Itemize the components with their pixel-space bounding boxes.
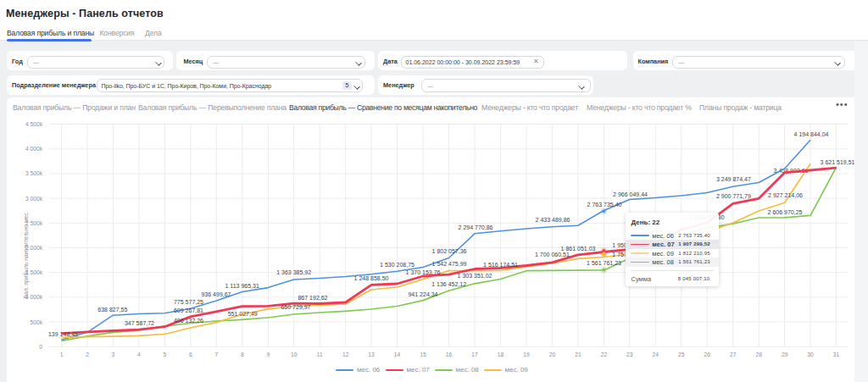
svg-text:1: 1 [60, 352, 64, 357]
svg-text:28: 28 [755, 352, 762, 357]
svg-text:1 561 761,23: 1 561 761,23 [587, 260, 621, 266]
svg-text:2 927 214,06: 2 927 214,06 [768, 192, 803, 198]
svg-text:Вал. прибыль накопительно мес.: Вал. прибыль накопительно мес. [23, 211, 30, 298]
svg-text:941 224,34: 941 224,34 [408, 291, 437, 297]
svg-text:16: 16 [446, 352, 453, 357]
svg-text:1 861 051,03: 1 861 051,03 [561, 246, 596, 252]
svg-text:30: 30 [807, 352, 814, 357]
svg-text:3 000k: 3 000k [25, 196, 43, 202]
svg-text:551 027,49: 551 027,49 [228, 311, 258, 317]
svg-text:936 499,67: 936 499,67 [201, 291, 231, 297]
svg-text:3: 3 [112, 352, 115, 357]
svg-text:867 192,62: 867 192,62 [298, 295, 327, 301]
svg-text:347 587,72: 347 587,72 [125, 320, 154, 326]
svg-text:20: 20 [549, 352, 556, 357]
svg-text:1 113 965,31: 1 113 965,31 [225, 283, 259, 289]
svg-text:12: 12 [342, 352, 349, 357]
svg-text:2 433 489,86: 2 433 489,86 [536, 217, 570, 223]
svg-text:4 194 844,04: 4 194 844,04 [794, 131, 829, 137]
svg-text:1 802 057,36: 1 802 057,36 [432, 248, 467, 254]
svg-text:29: 29 [782, 352, 788, 357]
svg-text:139 148,49: 139 148,49 [48, 331, 78, 337]
svg-text:31: 31 [833, 352, 840, 357]
svg-text:4 500k: 4 500k [25, 121, 43, 127]
svg-text:406 132,26: 406 132,26 [174, 318, 203, 324]
svg-text:17: 17 [471, 352, 478, 357]
svg-text:23: 23 [626, 352, 633, 357]
svg-text:11: 11 [317, 352, 323, 357]
svg-text:1 700 060,51: 1 700 060,51 [535, 252, 570, 257]
svg-text:2 900 771,79: 2 900 771,79 [716, 193, 751, 199]
svg-text:14: 14 [394, 352, 401, 357]
svg-text:775 577,25: 775 577,25 [174, 299, 203, 305]
svg-text:18: 18 [498, 352, 504, 357]
svg-text:15: 15 [420, 352, 426, 357]
svg-text:1 530 208,75: 1 530 208,75 [380, 262, 415, 268]
svg-text:1 370 153,76: 1 370 153,76 [406, 269, 441, 275]
svg-text:1 248 858,50: 1 248 858,50 [354, 275, 389, 281]
svg-text:6: 6 [189, 352, 192, 357]
svg-text:638 827,55: 638 827,55 [97, 307, 127, 313]
svg-text:7: 7 [214, 352, 218, 357]
svg-text:10: 10 [291, 352, 298, 357]
svg-text:2: 2 [86, 352, 89, 357]
svg-text:19: 19 [523, 352, 530, 357]
svg-text:0: 0 [39, 344, 42, 350]
svg-text:2 294 770,86: 2 294 770,86 [459, 224, 493, 230]
svg-text:8: 8 [241, 352, 244, 357]
svg-text:3 621 519,51: 3 621 519,51 [821, 159, 855, 165]
svg-text:9: 9 [266, 352, 270, 357]
svg-text:3 500k: 3 500k [25, 170, 43, 176]
svg-text:1 303 351,02: 1 303 351,02 [458, 273, 492, 279]
svg-text:500k: 500k [30, 319, 42, 325]
svg-text:25: 25 [678, 352, 685, 357]
svg-text:2 606 970,25: 2 606 970,25 [768, 209, 803, 215]
svg-text:27: 27 [730, 352, 737, 357]
svg-text:2 966 049,44: 2 966 049,44 [613, 191, 648, 197]
svg-text:650 729,97: 650 729,97 [281, 304, 310, 310]
svg-text:2 763 735,40: 2 763 735,40 [587, 202, 622, 208]
svg-text:609 267,81: 609 267,81 [174, 307, 203, 313]
svg-text:4 000k: 4 000k [25, 146, 43, 152]
svg-text:21: 21 [575, 352, 581, 357]
svg-text:1 516 174,51: 1 516 174,51 [483, 262, 518, 268]
svg-text:1 136 452,12: 1 136 452,12 [431, 281, 466, 287]
svg-text:24: 24 [653, 352, 659, 357]
svg-text:5: 5 [164, 352, 167, 357]
svg-text:22: 22 [601, 352, 608, 357]
svg-text:1 542 475,99: 1 542 475,99 [432, 261, 467, 267]
svg-text:4: 4 [137, 352, 141, 357]
svg-text:3 249 874,47: 3 249 874,47 [716, 176, 751, 182]
svg-text:13: 13 [368, 352, 375, 357]
svg-text:1 363 385,92: 1 363 385,92 [276, 269, 311, 275]
svg-text:26: 26 [704, 352, 710, 357]
